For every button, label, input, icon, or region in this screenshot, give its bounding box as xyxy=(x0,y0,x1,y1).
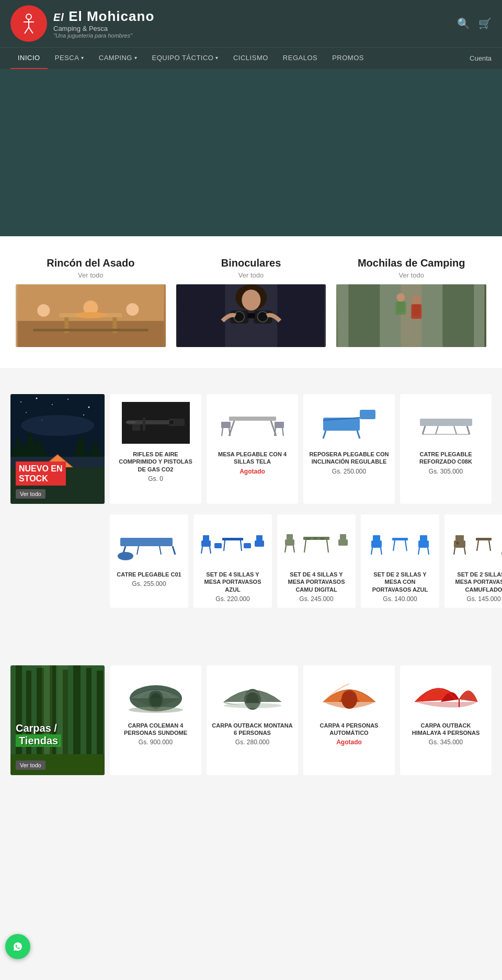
nav-item-promos[interactable]: PROMOS xyxy=(325,48,371,69)
svg-point-39 xyxy=(67,399,69,400)
nav-account[interactable]: Cuenta xyxy=(470,48,492,68)
nav-item-equipo[interactable]: EQUIPO TÁCTICO ▾ xyxy=(144,48,226,69)
svg-rect-132 xyxy=(454,540,465,548)
product-mesa-tela[interactable]: MESA PLEGABLE CON 4 SILLAS TELA Agotado xyxy=(207,394,298,504)
featured-overlay: NUEVO EN STOCK Ver todo xyxy=(10,456,105,504)
featured-ver-todo-link[interactable]: Ver todo xyxy=(16,489,45,499)
forest-badge: Carpas / Tiendas xyxy=(16,722,99,747)
product-set2-azul-title: SET DE 2 SILLAS Y MESA CON PORTAVASOS AZ… xyxy=(366,571,434,593)
product-cards-row1: Rifles de aire comprimido y pistolas de … xyxy=(110,394,492,504)
category-mochilas: Mochilas de Camping Ver todo xyxy=(331,252,492,352)
product-catre-c01-price: Gs. 255.000 xyxy=(132,580,166,587)
svg-point-21 xyxy=(257,312,268,322)
svg-point-165 xyxy=(341,690,357,709)
svg-point-38 xyxy=(52,404,53,405)
product-set2-camu[interactable]: SET DE 2 SILLAS Y MESA PORTAVASOS CAMUFL… xyxy=(444,514,502,608)
category-asado-link[interactable]: Ver todo xyxy=(16,271,166,279)
svg-point-37 xyxy=(36,398,38,399)
product-tent-coleman[interactable]: CARPA COLEMAN 4 PERSONAS SUNDOME Gs. 900… xyxy=(110,665,201,775)
search-icon[interactable]: 🔍 xyxy=(457,17,470,30)
svg-rect-95 xyxy=(201,540,211,547)
product-tent-himalaya[interactable]: CARPA OUTBACK HIMALAYA 4 PERSONAS Gs. 34… xyxy=(400,665,492,775)
product-set4-azul-price: Gs. 220.000 xyxy=(215,595,249,603)
svg-rect-78 xyxy=(420,419,472,426)
product-rifle[interactable]: Rifles de aire comprimido y pistolas de … xyxy=(110,394,201,504)
category-binoculares-title: Binoculares xyxy=(176,257,326,269)
product-reposera[interactable]: REPOSERA PLEGABLE CON INCLINACIÓN REGULA… xyxy=(303,394,395,504)
nav-item-inicio[interactable]: INICIO xyxy=(10,48,48,69)
svg-rect-73 xyxy=(360,410,375,419)
svg-rect-57 xyxy=(132,424,140,431)
product-catre-c08k-image xyxy=(405,399,486,446)
product-tent-coleman-image xyxy=(115,671,196,718)
svg-point-60 xyxy=(169,420,174,425)
product-mesa-tela-price: Agotado xyxy=(239,468,265,475)
logo-icon[interactable] xyxy=(10,5,47,42)
product-set2-azul[interactable]: SET DE 2 SILLAS Y MESA CON PORTAVASOS AZ… xyxy=(361,514,439,608)
svg-point-41 xyxy=(26,412,27,413)
nav-item-pesca[interactable]: PESCA ▾ xyxy=(48,48,92,69)
hero-banner xyxy=(0,69,502,236)
svg-rect-124 xyxy=(418,540,429,548)
svg-point-40 xyxy=(88,407,90,408)
products-section-1: NUEVO EN STOCK Ver todo xyxy=(0,378,502,634)
product-tent-outback-image xyxy=(212,671,293,718)
forest-overlay: Carpas / Tiendas Ver todo xyxy=(10,717,105,775)
svg-rect-121 xyxy=(373,535,380,540)
product-tent-4p-auto-title: CARPA 4 PERSONAS AUTOMÁTICO xyxy=(309,722,390,737)
product-tent-himalaya-title: CARPA OUTBACK HIMALAYA 4 PERSONAS xyxy=(405,722,486,737)
category-binoculars-image xyxy=(176,284,326,347)
category-mochilas-link[interactable]: Ver todo xyxy=(336,271,486,279)
svg-rect-98 xyxy=(203,535,209,540)
svg-rect-68 xyxy=(275,422,284,428)
category-asado: Rincón del Asado Ver todo xyxy=(10,252,171,352)
main-nav: INICIO PESCA ▾ CAMPING ▾ EQUIPO TÁCTICO … xyxy=(0,47,502,69)
product-set2-camu-image xyxy=(450,520,502,567)
product-tent-outback[interactable]: CARPA OUTBACK MONTANA 6 PERSONAS Gs. 280… xyxy=(207,665,298,775)
svg-rect-58 xyxy=(143,418,145,431)
cart-icon[interactable]: 🛒 xyxy=(478,17,492,30)
nav-item-camping[interactable]: CAMPING ▾ xyxy=(92,48,145,69)
header-actions: 🔍 🛒 xyxy=(457,17,492,30)
header: El El Mohicano Camping & Pesca "Una jugu… xyxy=(0,0,502,47)
svg-rect-30 xyxy=(396,302,406,315)
svg-rect-62 xyxy=(229,417,276,421)
category-asado-title: Rincón del Asado xyxy=(16,257,166,269)
product-set4-azul-image xyxy=(199,520,267,567)
brand-sub: Camping & Pesca xyxy=(53,25,154,32)
product-set4-azul[interactable]: SET DE 4 SILLAS Y MESA PORTAVASOS AZUL G… xyxy=(193,514,272,608)
featured-nuevo-stock: NUEVO EN STOCK Ver todo xyxy=(10,394,105,504)
product-catre-c08k[interactable]: CATRE PLEGABLE REFORZADO C08K Gs. 305.00… xyxy=(400,394,492,504)
logo-text: El El Mohicano Camping & Pesca "Una jugu… xyxy=(53,8,154,39)
category-binoculares: Binoculares Ver todo xyxy=(171,252,332,352)
svg-rect-102 xyxy=(256,535,263,540)
tent-cards: CARPA COLEMAN 4 PERSONAS SUNDOME Gs. 900… xyxy=(110,665,492,775)
svg-point-44 xyxy=(21,415,94,436)
brand-name: El El Mohicano xyxy=(53,8,154,25)
products-row-2: CATRE PLEGABLE C01 Gs. 255.000 xyxy=(110,514,492,608)
product-rifle-image xyxy=(115,399,196,446)
svg-rect-19 xyxy=(247,313,255,318)
featured-tents-link[interactable]: Ver todo xyxy=(16,760,45,770)
svg-rect-33 xyxy=(412,304,422,319)
tents-section: Carpas / Tiendas Ver todo xyxy=(0,665,502,801)
svg-rect-117 xyxy=(392,538,408,540)
product-tent-4p-auto-image xyxy=(309,671,390,718)
svg-rect-114 xyxy=(314,537,317,539)
product-reposera-price: Gs. 250.000 xyxy=(332,468,366,475)
nav-item-regalos[interactable]: REGALOS xyxy=(276,48,325,69)
product-set4-camu[interactable]: SET DE 4 SILLAS Y MESA PORTAVASOS CAMU D… xyxy=(277,514,356,608)
product-catre-c01[interactable]: CATRE PLEGABLE C01 Gs. 255.000 xyxy=(110,514,188,608)
category-mochilas-title: Mochilas de Camping xyxy=(336,257,486,269)
svg-rect-133 xyxy=(455,535,464,540)
svg-rect-125 xyxy=(420,535,427,540)
svg-line-4 xyxy=(29,27,33,33)
product-tent-4p-auto[interactable]: CARPA 4 PERSONAS AUTOMÁTICO Agotado xyxy=(303,665,395,775)
nav-item-ciclismo[interactable]: CICLISMO xyxy=(226,48,276,69)
svg-rect-115 xyxy=(320,538,324,540)
product-catre-c08k-price: Gs. 305.000 xyxy=(429,468,463,475)
category-binoculares-link[interactable]: Ver todo xyxy=(176,271,326,279)
tents-row: Carpas / Tiendas Ver todo xyxy=(10,665,492,775)
product-rifle-price: Gs. 0 xyxy=(148,475,163,482)
featured-badge: NUEVO EN STOCK xyxy=(16,462,66,486)
